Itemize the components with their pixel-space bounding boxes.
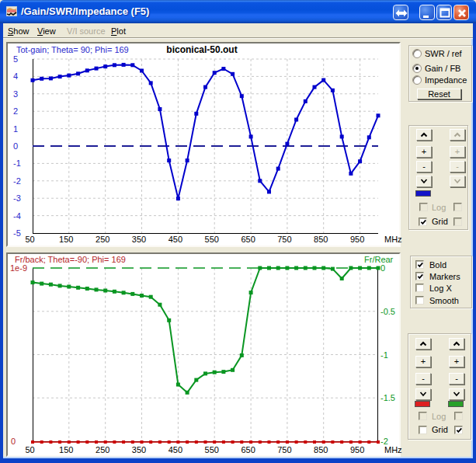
- svg-text:50: 50: [25, 235, 34, 244]
- svg-text:0: 0: [380, 263, 385, 273]
- svg-text:-1.5: -1.5: [380, 393, 395, 402]
- svg-text:1: 1: [13, 124, 18, 134]
- svg-text:550: 550: [205, 445, 219, 454]
- svg-text:-4: -4: [13, 211, 21, 221]
- svg-text:-3: -3: [13, 193, 21, 203]
- svg-text:5: 5: [13, 54, 18, 64]
- svg-text:4: 4: [13, 71, 18, 81]
- svg-text:MHz: MHz: [384, 235, 402, 244]
- svg-text:350: 350: [132, 235, 146, 244]
- svg-text:1e-9: 1e-9: [10, 263, 27, 273]
- svg-text:-1: -1: [13, 158, 21, 168]
- svg-text:0: 0: [11, 437, 16, 446]
- svg-text:Fr/back; Theta=-90; Phi= 169: Fr/back; Theta=-90; Phi= 169: [15, 255, 126, 264]
- svg-text:-0.5: -0.5: [380, 307, 395, 316]
- svg-text:MHz: MHz: [384, 445, 402, 454]
- svg-text:150: 150: [59, 235, 73, 244]
- svg-text:450: 450: [169, 235, 182, 244]
- svg-text:-1: -1: [380, 350, 388, 360]
- svg-text:-5: -5: [13, 228, 21, 238]
- svg-text:0: 0: [13, 141, 18, 151]
- svg-text:3: 3: [13, 89, 18, 99]
- svg-text:950: 950: [350, 235, 364, 244]
- svg-text:850: 850: [314, 235, 328, 244]
- svg-text:650: 650: [241, 235, 255, 244]
- svg-text:650: 650: [241, 445, 255, 454]
- svg-text:450: 450: [169, 445, 182, 454]
- svg-text:Fr/Rear: Fr/Rear: [364, 255, 394, 264]
- svg-text:-2: -2: [13, 176, 21, 186]
- svg-text:150: 150: [59, 445, 73, 454]
- svg-text:750: 750: [277, 445, 291, 454]
- svg-text:biconical-50.out: biconical-50.out: [166, 44, 237, 55]
- svg-text:2: 2: [13, 106, 18, 116]
- svg-text:350: 350: [132, 445, 146, 454]
- svg-text:50: 50: [25, 445, 34, 454]
- svg-text:950: 950: [350, 445, 364, 454]
- svg-text:Tot-gain; Theta= 90; Phi= 169: Tot-gain; Theta= 90; Phi= 169: [16, 45, 129, 54]
- svg-text:850: 850: [314, 445, 328, 454]
- svg-text:750: 750: [277, 235, 291, 244]
- svg-text:550: 550: [205, 235, 219, 244]
- svg-text:250: 250: [96, 445, 109, 454]
- svg-text:250: 250: [96, 235, 109, 244]
